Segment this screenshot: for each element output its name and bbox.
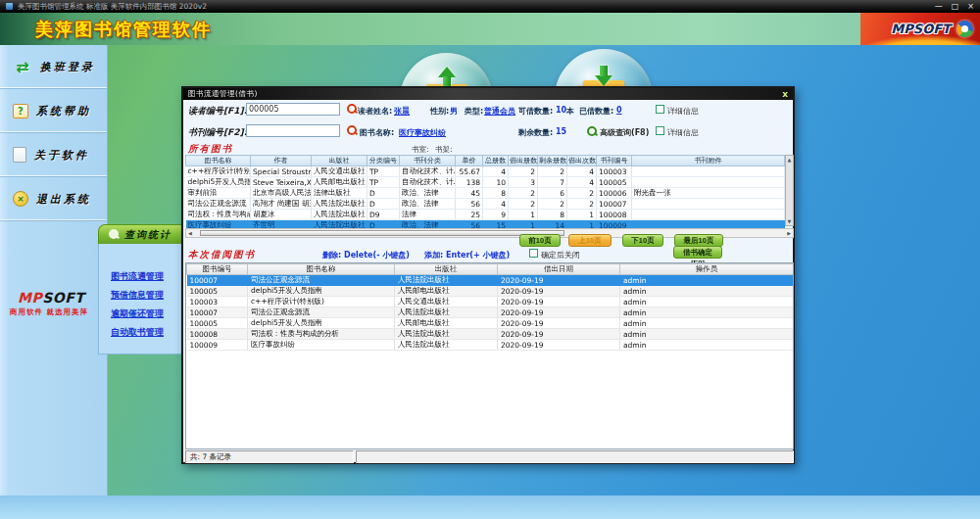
table-cell: 人民交通出版社 [312,166,368,177]
table-cell: 自动化技术、计... [400,166,456,177]
table-cell: 100008 [187,329,248,340]
table-row[interactable]: 100007司法公正观念源流人民法院出版社2020-09-19admin [187,275,794,286]
sidebar-item-shift-login[interactable]: ⇄ 换班登录 [0,45,107,89]
scrollbar-thumb[interactable] [200,230,564,236]
restore-icon[interactable]: □ [952,0,959,13]
dialog-statusbar: 共: 7 条记录 [185,450,794,463]
table-cell: 人民交通出版社 [395,297,498,307]
app-title: 美萍图书馆管理软件 [35,18,212,41]
sidebar-item-exit[interactable]: × 退出系统 [0,177,107,221]
table-cell: 56 [456,199,483,210]
scroll-right-icon[interactable]: ▶ [787,230,791,236]
table-row[interactable]: 100003c++程序设计(特别版)人民交通出版社2020-09-19admin [187,297,794,307]
table-cell: 政治、法律 [400,199,456,210]
brand-block: MPSOFT [860,13,980,45]
advanced-query-button[interactable]: 高级查询(F8) [600,127,649,138]
record-count: 共: 7 条记录 [185,450,354,463]
borrowed-label: 已借数量: [579,106,613,117]
table-cell: 2 [538,166,567,177]
logo-soft: SOFT [42,290,84,306]
table-cell: D [368,188,400,199]
can-borrow-label: 可借数量: [518,106,553,117]
scroll-up-icon[interactable]: ▲ [788,157,792,163]
sidebar-item-about[interactable]: 关于软件 [0,133,107,177]
prev-pages-button[interactable]: 上10页 [568,234,612,247]
type-link[interactable]: 普通会员 [484,106,515,117]
table-cell: admin [620,307,794,318]
advanced-search-icon[interactable] [587,126,598,137]
book-name-link[interactable]: 医疗事故纠纷 [399,127,446,138]
vertical-scrollbar[interactable]: ▲ ▼ [785,155,794,226]
table-cell: 2020-09-19 [498,340,620,351]
table-row[interactable]: 100007司法公正观念源流人民法院出版社2020-09-19admin [187,307,794,318]
dialog-close-icon[interactable]: x [782,89,788,99]
table-row[interactable]: c++程序设计(特别版)Special Stroustrup人民交通出版社TP自… [186,166,785,177]
table-row[interactable]: 100005delphi5开发人员指南人民邮电出版社2020-09-19admi… [187,318,794,329]
table-cell: 2 [509,199,538,210]
table-cell: delphi5开发人员指南 [248,286,395,297]
table-cell: TP [368,166,400,177]
table-cell: 2020-09-19 [498,307,620,318]
column-header: 书刊编号 [597,156,632,166]
column-header: 出版社 [312,156,368,166]
next-pages-button[interactable]: 下10页 [622,234,663,247]
book-id-input[interactable] [246,124,340,137]
table-cell: 100007 [187,307,248,318]
close-icon[interactable]: × [967,0,974,13]
table-cell: 100005 [597,177,632,188]
reader-search-icon[interactable] [347,104,358,115]
help-icon: ? [13,104,28,118]
close-after-checkbox[interactable] [529,249,538,258]
table-cell: admin [620,275,794,286]
table-cell: 100007 [187,275,248,286]
table-cell: 2020-09-19 [498,318,620,329]
table-row[interactable]: delphi5开发人员指南Steve Teixeira,Xavier人民邮电出版… [186,177,785,188]
table-cell: 人民法院出版社 [312,199,368,210]
table-row[interactable]: 司法权：性质与构成的分析胡夏冰人民法院出版社D9法律259181100008 [186,210,785,220]
book-detail-checkbox[interactable] [656,126,664,135]
sidebar-item-label: 换班登录 [40,60,95,74]
table-cell: 2 [567,188,597,199]
table-row[interactable]: 司法公正观念源流高翔才 尚建国 胡玉英人民法院出版社D政治、法律56422210… [186,199,785,210]
table-cell: 55.67 [456,166,483,177]
table-row[interactable]: 100008司法权：性质与构成的分析人民法院出版社2020-09-19admin [187,329,794,340]
table-cell: 4 [483,166,509,177]
scroll-left-icon[interactable]: ◀ [188,230,192,236]
table-cell: 法律 [400,210,456,220]
dialog-titlebar[interactable]: 图书流通管理(借书) x [183,88,793,100]
table-cell: 6 [538,188,567,199]
table-cell: D9 [368,210,400,220]
reader-name-link[interactable]: 张晨 [394,106,410,117]
reader-detail-checkbox[interactable] [656,105,664,114]
table-cell: admin [620,286,794,297]
add-hint: 添加: Enter(+ 小键盘) [424,250,510,260]
table-cell: 1 [567,210,597,220]
table-cell: Steve Teixeira,Xavier [251,177,312,188]
column-header: 剩余册数 [538,156,567,166]
book-name-label: 图书名称: [360,127,394,138]
mpsoft-logo: MPSOFT 商用软件 就选用美萍 [10,290,103,317]
brand-logo: MPSOFT [891,22,951,36]
table-cell: 45 [456,188,483,199]
reader-id-input[interactable] [246,103,340,116]
book-search-icon[interactable] [347,125,358,136]
table-row[interactable]: 100005delphi5开发人员指南人民邮电出版社2020-09-19admi… [187,286,794,297]
borrow-confirm-button[interactable]: 借书确定[F9] [673,246,722,259]
app-window: 美萍图书馆管理系统 标准版 美萍软件内部图书馆 2020v2 — □ × 美萍图… [0,0,980,519]
first-pages-button[interactable]: 前10页 [519,234,561,247]
minimize-icon[interactable]: — [935,0,943,13]
tab-label: 查询统计 [124,228,172,242]
delete-hint: 删除: Delete(- 小键盘) [322,250,410,260]
table-cell: 胡夏冰 [251,210,312,220]
sidebar-item-label: 系统帮助 [36,104,91,118]
table-row[interactable]: 审判前沿北京市高级人民法院法律出版社D政治、法律458262100006附光盘一… [186,188,785,199]
table-cell: D [368,199,400,210]
table-row[interactable]: 100009医疗事故纠纷人民法院出版社2020-09-19admin [187,340,794,351]
table-cell: 3 [509,177,538,188]
table-cell: 10 [483,177,509,188]
sidebar-item-help[interactable]: ? 系统帮助 [0,89,107,133]
window-title: 美萍图书馆管理系统 标准版 美萍软件内部图书馆 2020v2 [18,2,207,12]
shelf-label: 书架: [435,145,453,155]
scroll-down-icon[interactable]: ▼ [788,218,792,224]
borrowed-link[interactable]: 0 [616,106,622,115]
